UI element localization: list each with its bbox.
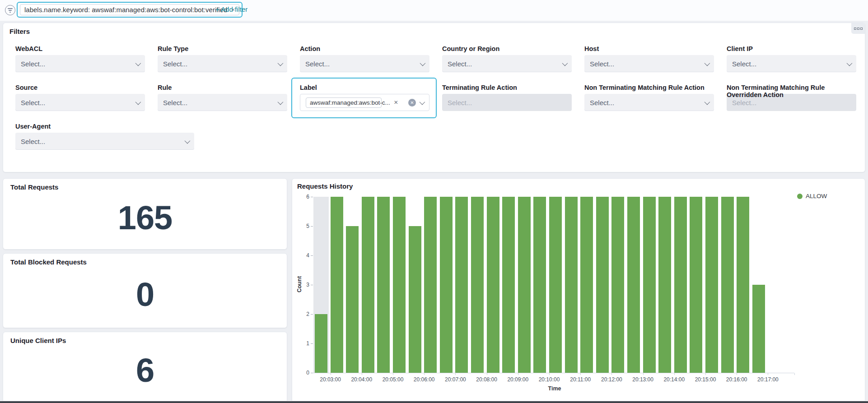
x-tick-mark xyxy=(768,373,768,375)
bar-20:09:30[interactable] xyxy=(533,197,546,373)
select-placeholder: Select... xyxy=(448,99,566,107)
non-terminating-matching-rule-action-select[interactable]: Select... xyxy=(584,94,714,111)
bar-20:11:30[interactable] xyxy=(596,197,609,373)
filter-field-webacl: WebACLSelect... xyxy=(15,45,145,72)
rule-select[interactable]: Select... xyxy=(158,94,287,111)
bar-20:12:30[interactable] xyxy=(627,197,640,373)
y-tick-label: 0 xyxy=(296,370,309,376)
requests-history-panel: Requests History ALLOW Count Time 012345… xyxy=(292,178,865,401)
filter-field-label: Action xyxy=(300,45,429,54)
filter-field-label: Non Terminating Matching Rule Overridden… xyxy=(727,84,856,93)
filter-funnel-icon[interactable] xyxy=(5,5,15,15)
chevron-down-icon xyxy=(278,99,284,105)
x-tick-mark xyxy=(705,373,706,375)
label-select[interactable]: awswaf:managed:aws:bot-c...✕✕ xyxy=(300,94,429,111)
x-tick-mark xyxy=(362,373,362,375)
x-tick-label: 20:03:00 xyxy=(315,376,346,383)
filter-pill[interactable]: labels.name.keyword: awswaf:managed:aws:… xyxy=(20,4,239,15)
total-blocked-requests-panel: Total Blocked Requests 0 xyxy=(3,253,287,328)
filter-field-label: Country or Region xyxy=(442,45,572,54)
bar-20:10:30[interactable] xyxy=(565,197,578,373)
chevron-down-icon xyxy=(420,99,425,105)
bar-20:06:00[interactable] xyxy=(424,197,437,373)
filter-field-label: Rule Type xyxy=(158,45,287,54)
x-tick-mark xyxy=(518,373,518,375)
bar-20:08:00[interactable] xyxy=(487,197,499,373)
filter-field-country-or-region: Country or RegionSelect... xyxy=(442,45,572,72)
x-tick-label: 20:07:00 xyxy=(439,376,471,383)
rule-type-select[interactable]: Select... xyxy=(158,55,287,72)
bar-20:05:00[interactable] xyxy=(393,197,406,373)
selected-label-tag-text: awswaf:managed:aws:bot-c... xyxy=(310,99,390,106)
filters-panel-title: Filters xyxy=(9,28,30,35)
y-tick-label: 3 xyxy=(296,282,309,288)
bar-20:03:00[interactable] xyxy=(331,197,343,373)
bar-20:16:30[interactable] xyxy=(752,285,765,373)
clear-selection-icon[interactable]: ✕ xyxy=(408,99,416,107)
filter-pill-text: labels.name.keyword: awswaf:managed:aws:… xyxy=(24,6,227,14)
bar-20:09:00[interactable] xyxy=(518,197,531,373)
chevron-down-icon xyxy=(847,60,853,66)
metric-title: Total Requests xyxy=(3,179,287,191)
terminating-rule-action-select: Select... xyxy=(442,94,572,111)
y-tick-mark xyxy=(311,314,313,315)
bar-20:15:00[interactable] xyxy=(705,197,718,373)
filters-panel: Filters WebACLSelect...Rule TypeSelect..… xyxy=(3,23,865,172)
x-tick-label: 20:05:00 xyxy=(377,376,409,383)
bar-20:02:30[interactable] xyxy=(315,314,327,373)
bar-20:15:30[interactable] xyxy=(721,197,734,373)
x-tick-mark xyxy=(331,373,331,375)
bar-20:14:30[interactable] xyxy=(690,197,702,373)
x-tick-label: 20:17:00 xyxy=(752,376,784,383)
x-tick-label: 20:06:00 xyxy=(408,376,440,383)
user-agent-select[interactable]: Select... xyxy=(15,133,194,150)
y-tick-label: 1 xyxy=(296,340,309,347)
bar-20:13:00[interactable] xyxy=(643,197,656,373)
panel-menu-icon[interactable] xyxy=(851,23,865,34)
x-tick-mark xyxy=(643,373,644,375)
x-tick-mark xyxy=(487,373,487,375)
bar-20:12:00[interactable] xyxy=(611,197,624,373)
bar-20:07:30[interactable] xyxy=(471,197,484,373)
filter-field-label: Client IP xyxy=(727,45,856,54)
bar-20:07:00[interactable] xyxy=(455,197,468,373)
x-tick-label: 20:09:00 xyxy=(502,376,534,383)
filter-field-user-agent: User-AgentSelect... xyxy=(15,123,194,150)
x-tick-mark xyxy=(580,373,581,375)
remove-tag-icon[interactable]: ✕ xyxy=(394,99,398,106)
bar-20:08:30[interactable] xyxy=(502,197,515,373)
country-or-region-select[interactable]: Select... xyxy=(442,55,572,72)
bar-20:16:00[interactable] xyxy=(737,197,749,373)
y-tick-mark xyxy=(311,343,313,344)
metric-value: 6 xyxy=(3,344,287,401)
filter-field-action: ActionSelect... xyxy=(300,45,429,72)
bar-20:03:30[interactable] xyxy=(346,226,359,373)
bar-20:11:00[interactable] xyxy=(580,197,593,373)
bar-20:14:00[interactable] xyxy=(674,197,687,373)
source-select[interactable]: Select... xyxy=(15,94,145,111)
host-select[interactable]: Select... xyxy=(584,55,714,72)
metric-value: 0 xyxy=(3,266,287,328)
filter-field-label: Source xyxy=(15,84,145,93)
dashboard-screen: labels.name.keyword: awswaf:managed:aws:… xyxy=(0,0,868,403)
bar-20:13:30[interactable] xyxy=(658,197,671,373)
filter-field-label: Terminating Rule Action xyxy=(442,84,572,93)
chevron-down-icon xyxy=(705,60,710,66)
filter-field-non-terminating-matching-rule-action: Non Terminating Matching Rule ActionSele… xyxy=(584,84,714,111)
bar-20:06:30[interactable] xyxy=(440,197,453,373)
filter-field-terminating-rule-action: Terminating Rule ActionSelect... xyxy=(442,84,572,111)
bar-20:05:30[interactable] xyxy=(409,226,421,373)
select-placeholder: Select... xyxy=(732,60,847,68)
bar-20:04:00[interactable] xyxy=(362,197,374,373)
y-tick-mark xyxy=(311,197,313,197)
action-select[interactable]: Select... xyxy=(300,55,429,72)
legend-dot-icon xyxy=(797,194,803,199)
selected-label-tag[interactable]: awswaf:managed:aws:bot-c...✕ xyxy=(306,97,382,108)
legend-item-allow[interactable]: ALLOW xyxy=(797,193,827,199)
bar-20:04:30[interactable] xyxy=(377,197,390,373)
bar-20:10:00[interactable] xyxy=(549,197,562,373)
add-filter-button[interactable]: + Add filter xyxy=(215,5,247,13)
client-ip-select[interactable]: Select... xyxy=(727,55,856,72)
filter-field-label: Rule xyxy=(158,84,287,93)
webacl-select[interactable]: Select... xyxy=(15,55,145,72)
